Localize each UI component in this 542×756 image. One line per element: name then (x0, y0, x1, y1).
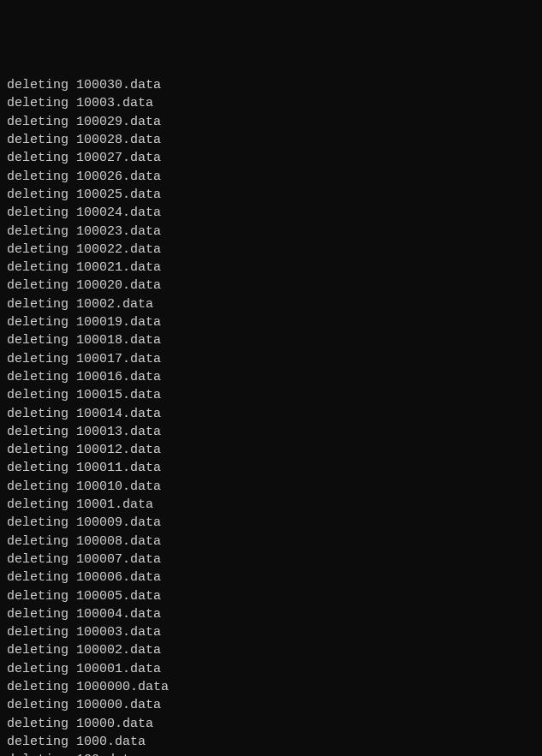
deletion-line: deleting 100015.data (7, 386, 535, 404)
terminal-output: deleting 100030.datadeleting 10003.datad… (7, 76, 535, 756)
deletion-line: deleting 100023.data (7, 223, 535, 241)
deletion-line: deleting 100011.data (7, 459, 535, 477)
deletion-line: deleting 100028.data (7, 131, 535, 149)
deletion-line: deleting 100010.data (7, 478, 535, 496)
deletion-line: deleting 100002.data (7, 641, 535, 659)
deletion-line: deleting 100003.data (7, 623, 535, 641)
deletion-line: deleting 100016.data (7, 368, 535, 386)
deletion-line: deleting 100005.data (7, 587, 535, 605)
deletion-line: deleting 100012.data (7, 441, 535, 459)
deletion-line: deleting 100026.data (7, 168, 535, 186)
deletion-line: deleting 100009.data (7, 514, 535, 532)
deletion-line: deleting 10003.data (7, 94, 535, 112)
deletion-line: deleting 100001.data (7, 660, 535, 678)
deletion-line: deleting 100006.data (7, 568, 535, 586)
deletion-line: deleting 10002.data (7, 295, 535, 313)
deletion-line: deleting 1000000.data (7, 678, 535, 696)
deletion-line: deleting 100007.data (7, 551, 535, 568)
deletion-line: deleting 100027.data (7, 149, 535, 167)
deletion-line: deleting 100029.data (7, 113, 535, 131)
deletion-line: deleting 100025.data (7, 186, 535, 204)
deletion-line: deleting 100013.data (7, 423, 535, 441)
deletion-line: deleting 100004.data (7, 605, 535, 623)
deletion-line: deleting 10000.data (7, 715, 535, 733)
deletion-line: deleting 100022.data (7, 241, 535, 259)
deletion-line: deleting 1000.data (7, 733, 535, 751)
deletion-line: deleting 100.data (7, 751, 535, 756)
deletion-line: deleting 100021.data (7, 259, 535, 277)
deletion-line: deleting 100017.data (7, 350, 535, 368)
deletion-line: deleting 10001.data (7, 496, 535, 514)
deletion-line: deleting 100000.data (7, 696, 535, 714)
deletion-line: deleting 100008.data (7, 533, 535, 551)
deletion-line: deleting 100019.data (7, 313, 535, 331)
deletion-line: deleting 100014.data (7, 405, 535, 423)
deletion-line: deleting 100030.data (7, 76, 535, 94)
deletion-line: deleting 100024.data (7, 204, 535, 222)
deletion-line: deleting 100018.data (7, 331, 535, 349)
deletion-line: deleting 100020.data (7, 277, 535, 295)
